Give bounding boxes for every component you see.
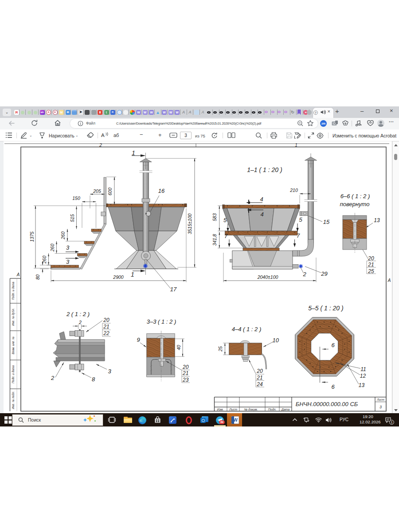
svg-text:7: 7 <box>297 232 300 239</box>
svg-text:25: 25 <box>218 346 223 352</box>
svg-text:Подп. и дата: Подп. и дата <box>12 365 15 383</box>
svg-text:3: 3 <box>66 244 70 251</box>
svg-text:2040±100: 2040±100 <box>257 274 278 280</box>
svg-text:515: 515 <box>70 214 75 222</box>
svg-text:10: 10 <box>272 337 279 344</box>
svg-text:260: 260 <box>50 244 55 252</box>
svg-text:22: 22 <box>103 330 110 336</box>
svg-text:А: А <box>16 272 20 277</box>
svg-text:6: 6 <box>331 342 335 348</box>
svg-text:Изм.: Изм. <box>217 408 224 411</box>
svg-text:21: 21 <box>182 370 188 376</box>
svg-text:4: 4 <box>260 196 263 203</box>
svg-text:205: 205 <box>93 188 101 194</box>
svg-text:3–3 ( 1 : 2 ): 3–3 ( 1 : 2 ) <box>147 318 176 325</box>
svg-text:5: 5 <box>223 217 227 223</box>
svg-text:4: 4 <box>260 211 263 218</box>
svg-text:210: 210 <box>289 188 298 193</box>
svg-text:16: 16 <box>158 188 165 194</box>
svg-text:Взам. инв. №: Взам. инв. № <box>12 336 15 354</box>
svg-text:Лист: Лист <box>229 408 237 411</box>
svg-text:5–5 ( 1 : 20 ): 5–5 ( 1 : 20 ) <box>308 305 343 312</box>
svg-text:17: 17 <box>170 286 177 293</box>
svg-text:А: А <box>387 278 391 283</box>
svg-text:4–4 ( 1 : 2 ): 4–4 ( 1 : 2 ) <box>232 326 261 332</box>
svg-text:2: 2 <box>99 143 102 148</box>
svg-text:2 ( 1 : 2 ): 2 ( 1 : 2 ) <box>66 311 90 317</box>
svg-text:Лист: Лист <box>376 398 384 401</box>
svg-text:20: 20 <box>256 368 263 374</box>
svg-text:Инв. № дубл.: Инв. № дубл. <box>12 308 15 326</box>
svg-text:3: 3 <box>379 405 382 409</box>
svg-text:40: 40 <box>176 345 181 350</box>
svg-text:20: 20 <box>368 255 374 262</box>
svg-text:260: 260 <box>60 231 66 240</box>
svg-text:341,8: 341,8 <box>212 234 217 246</box>
svg-text:3: 3 <box>66 258 70 265</box>
svg-text:20: 20 <box>103 317 110 323</box>
svg-text:1–1 ( 1 : 20 ): 1–1 ( 1 : 20 ) <box>247 166 282 173</box>
svg-text:29: 29 <box>321 270 327 277</box>
svg-text:13: 13 <box>359 382 365 388</box>
svg-text:25: 25 <box>368 268 374 274</box>
svg-text:600: 600 <box>107 188 113 196</box>
svg-text:21: 21 <box>256 375 262 381</box>
svg-text:Подп.: Подп. <box>268 408 277 411</box>
svg-text:Дата: Дата <box>281 408 290 411</box>
svg-text:2: 2 <box>302 271 306 278</box>
svg-text:24: 24 <box>256 381 263 387</box>
svg-text:12: 12 <box>360 373 366 379</box>
svg-text:2900: 2900 <box>113 274 124 280</box>
svg-text:8: 8 <box>92 376 95 383</box>
svg-text:2: 2 <box>78 320 82 325</box>
svg-text:№ докум.: № докум. <box>244 408 258 411</box>
svg-text:583: 583 <box>212 213 217 221</box>
svg-text:15: 15 <box>323 219 330 225</box>
svg-text:260: 260 <box>42 256 47 264</box>
svg-text:13: 13 <box>374 217 380 223</box>
svg-text:150: 150 <box>72 196 80 201</box>
svg-text:Подп. и дата: Подп. и дата <box>12 282 15 300</box>
svg-text:2: 2 <box>51 375 55 381</box>
svg-text:7: 7 <box>224 233 228 239</box>
svg-text:9: 9 <box>137 336 140 343</box>
svg-text:21: 21 <box>103 324 109 330</box>
svg-text:6: 6 <box>331 383 335 390</box>
svg-text:3515±100: 3515±100 <box>187 214 192 235</box>
svg-text:1375: 1375 <box>29 231 35 242</box>
svg-text:1: 1 <box>295 143 297 148</box>
svg-text:Инв. № подл.: Инв. № подл. <box>12 391 15 409</box>
svg-text:11: 11 <box>360 366 366 372</box>
svg-text:6–6 ( 1 : 2 ): 6–6 ( 1 : 2 ) <box>340 193 370 200</box>
svg-text:5: 5 <box>299 216 302 223</box>
svg-text:повернуто: повернуто <box>340 201 370 207</box>
svg-text:23: 23 <box>182 377 189 383</box>
svg-text:21: 21 <box>368 262 374 268</box>
svg-text:3: 3 <box>108 368 111 375</box>
svg-text:20: 20 <box>182 364 189 370</box>
svg-text:БНЧН.00000.000.00 СБ: БНЧН.00000.000.00 СБ <box>296 401 358 407</box>
svg-text:80: 80 <box>35 274 40 280</box>
svg-text:1: 1 <box>131 271 134 278</box>
